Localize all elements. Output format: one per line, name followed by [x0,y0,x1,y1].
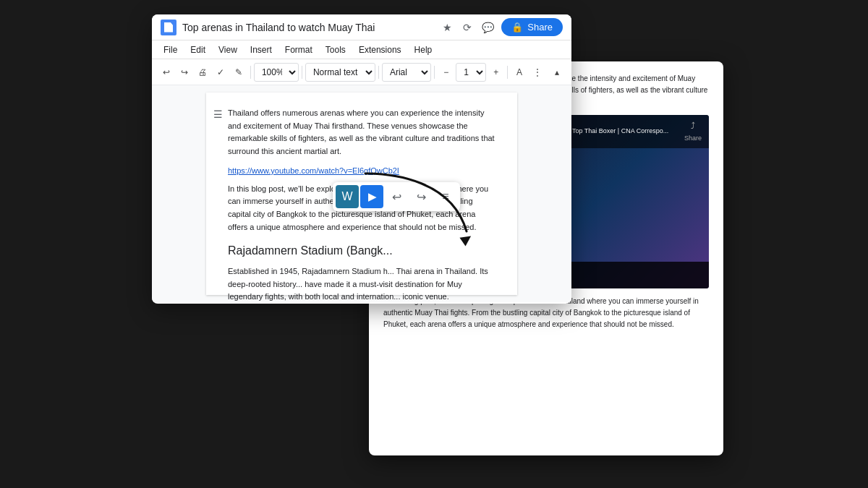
document-title: Top arenas in Thailand to watch Muay Tha… [182,22,435,33]
youtube-link[interactable]: https://www.youtube.com/watch?v=El6gfQwC… [228,166,399,175]
wordpress-icon[interactable]: W [336,185,359,208]
list-icon: ☰ [213,107,223,122]
font-size-select[interactable]: 11 [456,63,486,82]
menu-view[interactable]: View [213,43,243,57]
toolbar-divider-3 [378,66,379,79]
share-area[interactable]: ⤴ Share [684,119,702,144]
menu-edit[interactable]: Edit [184,43,211,57]
embed-icon[interactable]: ▶ [360,185,383,208]
spellcheck-button[interactable]: ✓ [213,64,229,81]
redo-float-button[interactable]: ↪ [409,185,433,208]
share-button[interactable]: 🔒 Share [501,18,563,36]
style-select[interactable]: Normal text [305,63,375,82]
menu-help[interactable]: Help [409,43,438,57]
font-size-increase-button[interactable]: + [488,64,504,81]
star-icon[interactable]: ★ [441,21,454,34]
menu-insert[interactable]: Insert [244,43,278,57]
menu-format[interactable]: Format [279,43,318,57]
toolbar: ↩ ↪ 🖨 ✓ ✎ 100% Normal text Arial − 11 + … [152,59,571,85]
undo-button[interactable]: ↩ [158,64,174,81]
doc-heading: Rajadamnern Stadium (Bangk... [228,242,495,260]
paint-format-button[interactable]: ✎ [231,64,247,81]
text-color-button[interactable]: A [511,64,527,81]
menu-file[interactable]: File [158,43,183,57]
toolbar-divider-2 [302,66,302,79]
zoom-select[interactable]: 100% [254,63,299,82]
floating-toolbar: W ▶ ↩ ↪ ≡ [333,182,460,211]
chat-icon[interactable]: 💬 [481,21,494,34]
lock-icon: 🔒 [511,22,523,33]
redo-button[interactable]: ↪ [176,64,192,81]
title-actions: ★ ⟳ 💬 🔒 Share [441,18,563,36]
toolbar-divider-4 [434,66,435,79]
share-label: Share [527,22,553,33]
title-bar: Top arenas in Thailand to watch Muay Tha… [152,14,571,40]
undo-float-button[interactable]: ↩ [385,185,408,208]
print-button[interactable]: 🖨 [194,64,210,81]
menubar: File Edit View Insert Format Tools Exten… [152,40,571,59]
toolbar-divider-5 [507,66,508,79]
history-icon[interactable]: ⟳ [461,21,474,34]
align-float-button[interactable]: ≡ [434,185,457,208]
docs-window: Top arenas in Thailand to watch Muay Tha… [152,14,571,304]
font-select[interactable]: Arial [382,63,431,82]
more-options-button[interactable]: ⋮ [529,64,546,81]
doc-paragraph-1: Thailand offers numerous arenas where yo… [228,107,495,158]
doc-paragraph-3: Established in 1945, Rajadamnern Stadium… [228,265,495,302]
font-size-decrease-button[interactable]: − [438,64,454,81]
collapse-toolbar-button[interactable]: ▴ [549,64,566,81]
menu-extensions[interactable]: Extensions [353,43,407,57]
docs-app-icon [161,20,176,35]
menu-tools[interactable]: Tools [320,43,352,57]
toolbar-divider-1 [250,66,251,79]
share-label: Share [684,133,702,143]
